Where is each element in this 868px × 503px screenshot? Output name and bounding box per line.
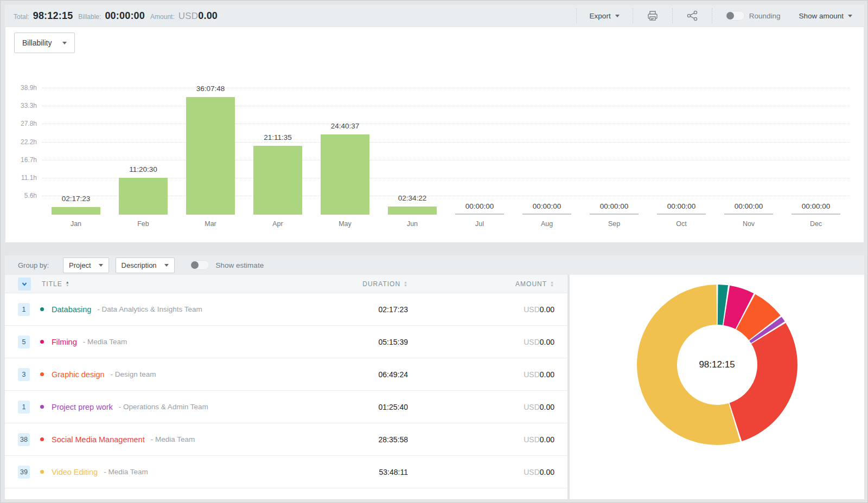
x-axis-label: Sep [580,220,648,228]
bar-column-may: 24:40:37May [311,79,379,215]
bar-value-label: 00:00:00 [782,202,850,210]
column-header-duration[interactable]: DURATION ▲▼ [321,280,408,288]
bar-feb[interactable] [119,178,167,215]
share-icon [686,9,699,22]
billability-dropdown[interactable]: Billability [14,33,75,53]
project-name-link[interactable]: Project prep work [52,403,113,411]
entry-count-badge: 39 [18,466,30,479]
bar-apr[interactable] [253,146,302,215]
x-axis-label: Mar [177,220,244,228]
print-button[interactable] [646,9,659,22]
table-header: TITLE ▲▼ DURATION ▲▼ AMOUNT ▲▼ [5,275,567,293]
bar-oct[interactable] [657,214,705,215]
y-axis-tick: 11.1h [11,174,37,182]
billable-label: Billable: [78,13,101,21]
table-row[interactable]: 3Graphic design- Design team06:49:24USD0… [5,358,567,391]
export-button[interactable]: Export [590,12,620,20]
bar-value-label: 24:40:37 [311,122,379,130]
table-row[interactable]: 1Databasing- Data Analytics & Insights T… [5,293,567,326]
bar-column-jun: 02:34:22Jun [379,79,446,215]
amount-currency: USD [524,435,540,444]
summary-controls: Export Rounding Show amount [576,5,864,27]
sort-by-title[interactable]: TITLE ▲▼ [42,280,70,288]
bar-sep[interactable] [590,214,638,215]
group-by-project-dropdown[interactable]: Project [63,257,108,273]
project-name-link[interactable]: Social Media Management [52,435,145,444]
duration-cell: 02:17:23 [321,305,408,314]
bar-column-nov: 00:00:00Nov [715,79,782,215]
group-by-label: Group by: [18,261,49,269]
section-gap [5,243,864,255]
rounding-toggle[interactable] [725,11,745,21]
bar-nov[interactable] [724,214,773,215]
table-row[interactable]: 38Social Media Management- Media Team28:… [5,423,567,456]
table-row[interactable]: 5Filming- Media Team05:15:39USD0.00 [5,326,567,358]
bar-value-label: 02:34:22 [379,194,446,202]
chevron-down-icon [848,15,852,17]
x-axis-label: May [311,220,379,228]
x-axis-label: Jun [379,220,446,228]
chevron-down-icon [164,264,169,267]
bar-column-oct: 00:00:00Oct [648,79,715,215]
y-axis-tick: 22.2h [11,138,37,146]
amount-value: USD0.00 [178,10,218,22]
y-axis-tick: 16.7h [11,156,37,164]
project-name-link[interactable]: Video Editing [52,468,98,476]
bar-value-label: 02:17:23 [42,195,110,203]
content-row: TITLE ▲▼ DURATION ▲▼ AMOUNT ▲▼ 1Databasi… [5,275,864,499]
project-name-link[interactable]: Databasing [52,305,91,314]
bar-jun[interactable] [388,207,436,215]
table-row[interactable]: 1Project prep work- Operations & Admin T… [5,391,567,423]
x-axis-label: Aug [513,220,580,228]
show-amount-dropdown[interactable]: Show amount [799,12,852,20]
project-color-dot [40,437,44,441]
project-title-cell: 38Social Media Management- Media Team [18,433,321,446]
amount-number: 0.00 [198,10,218,21]
project-color-dot [40,340,44,344]
show-estimate-label: Show estimate [216,261,264,269]
bar-jul[interactable] [455,214,503,215]
bar-jan[interactable] [52,207,100,215]
share-button[interactable] [686,9,699,22]
group-by-description-dropdown[interactable]: Description [116,257,175,273]
group-by-bar: Group by: Project Description Show estim… [5,255,864,275]
project-color-dot [40,372,44,376]
bar-dec[interactable] [792,214,840,215]
show-estimate-toggle[interactable] [190,260,209,270]
billable-value: 00:00:00 [105,10,145,22]
bar-column-feb: 11:20:30Feb [110,79,177,215]
rounding-label: Rounding [749,12,781,20]
amount-currency: USD [524,370,540,379]
project-team-label: - Design team [111,370,156,378]
column-header-title: TITLE ▲▼ [18,278,321,291]
donut-slice-social-media-management[interactable] [729,323,797,441]
bar-aug[interactable] [522,214,571,215]
duration-cell: 28:35:58 [321,435,408,444]
column-header-amount[interactable]: AMOUNT ▲▼ [408,280,554,288]
bar-may[interactable] [321,134,369,215]
chevron-down-icon [99,264,103,267]
project-title-cell: 39Video Editing- Media Team [18,466,321,479]
bar-mar[interactable] [186,97,234,215]
project-title-cell: 5Filming- Media Team [18,336,321,349]
table-row[interactable]: 39Video Editing- Media Team53:48:11USD0.… [5,456,567,488]
y-axis-tick: 33.3h [11,102,37,109]
bar-value-label: 00:00:00 [648,202,715,210]
sort-icon: ▲▼ [66,281,70,287]
amount-value: 0.00 [540,403,554,411]
project-name-link[interactable]: Graphic design [52,370,105,379]
project-color-dot [40,405,44,409]
report-page: Total: 98:12:15 Billable: 00:00:00 Amoun… [1,1,868,503]
amount-value: 0.00 [540,370,554,379]
summary-totals: Total: 98:12:15 Billable: 00:00:00 Amoun… [5,10,218,22]
project-name-link[interactable]: Filming [52,338,77,346]
project-color-dot [40,307,44,311]
x-axis-label: Jul [446,220,513,228]
x-axis-label: Dec [782,220,850,228]
billable-group: Billable: 00:00:00 [78,10,145,22]
project-title-cell: 1Databasing- Data Analytics & Insights T… [18,303,321,316]
collapse-all-button[interactable] [18,278,31,291]
amount-group: Amount: USD0.00 [150,10,218,22]
y-axis-tick: 38.9h [11,84,37,92]
donut-chart: 98:12:15 [635,282,800,447]
